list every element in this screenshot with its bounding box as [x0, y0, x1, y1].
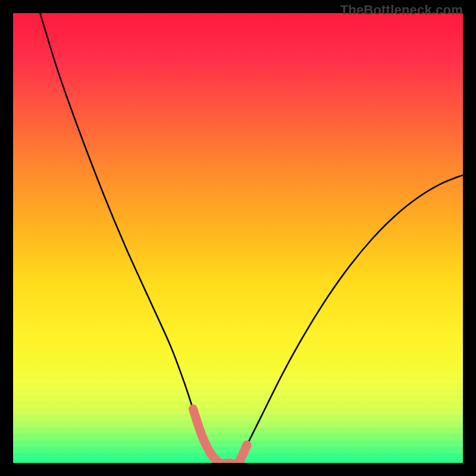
- svg-rect-6: [13, 405, 463, 408]
- svg-rect-11: [13, 437, 463, 440]
- svg-rect-7: [13, 412, 463, 415]
- svg-rect-10: [13, 431, 463, 434]
- svg-rect-3: [13, 386, 463, 389]
- svg-rect-5: [13, 399, 463, 402]
- svg-rect-1: [13, 373, 463, 376]
- svg-rect-8: [13, 418, 463, 421]
- svg-rect-12: [13, 444, 463, 447]
- chart-frame: TheBottleneck.com: [0, 0, 476, 476]
- svg-rect-4: [13, 392, 463, 395]
- svg-rect-9: [13, 424, 463, 427]
- watermark-text: TheBottleneck.com: [340, 2, 463, 18]
- plot-area: [13, 13, 463, 463]
- background-gradient: [13, 13, 463, 463]
- svg-rect-13: [13, 450, 463, 453]
- svg-rect-2: [13, 380, 463, 383]
